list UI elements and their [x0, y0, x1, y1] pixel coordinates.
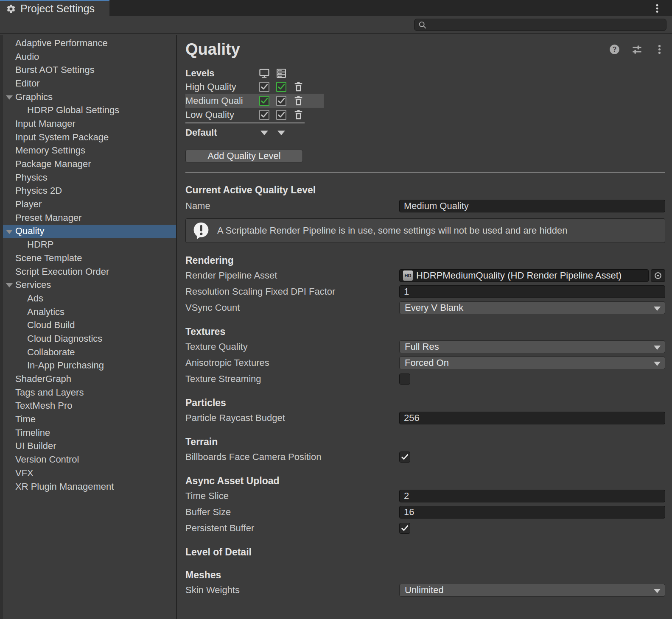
- sidebar-item-burst-aot-settings[interactable]: Burst AOT Settings: [3, 63, 176, 77]
- sidebar-item-player[interactable]: Player: [3, 198, 176, 211]
- quality-level-row-low-quality[interactable]: Low Quality: [185, 108, 324, 122]
- help-icon[interactable]: ?: [609, 44, 620, 55]
- desktop-platform-checkbox[interactable]: [259, 96, 269, 106]
- presets-icon[interactable]: [631, 44, 643, 55]
- desktop-platform-checkbox[interactable]: [259, 82, 269, 92]
- sidebar-item-analytics[interactable]: Analytics: [3, 305, 176, 319]
- section-header-level-of-detail: Level of Detail: [185, 547, 665, 558]
- sidebar-item-label: VFX: [3, 468, 34, 479]
- trash-icon[interactable]: [293, 95, 304, 106]
- texture-quality-dropdown[interactable]: Full Res: [399, 340, 665, 353]
- persistent-buffer-checkbox[interactable]: [399, 523, 410, 534]
- sidebar-item-tags-and-layers[interactable]: Tags and Layers: [3, 386, 176, 399]
- tab-title: Project Settings: [20, 3, 95, 15]
- section-header-async-asset-upload: Async Asset Upload: [185, 475, 665, 486]
- anisotropic-textures-dropdown[interactable]: Forced On: [399, 357, 665, 369]
- search-box[interactable]: [414, 19, 666, 31]
- sidebar-item-textmesh-pro[interactable]: TextMesh Pro: [3, 399, 176, 413]
- sidebar-item-audio[interactable]: Audio: [3, 50, 176, 64]
- warning-text: A Scriptable Render Pipeline is in use, …: [217, 225, 568, 236]
- dropdown-value: Full Res: [405, 341, 439, 352]
- sidebar-item-label: Preset Manager: [3, 212, 82, 223]
- resolution-scaling-fixed-dpi-factor-input[interactable]: [399, 285, 665, 298]
- form-row-skin-weights: Skin WeightsUnlimited: [185, 584, 665, 597]
- object-field-value: HDRPMediumQuality (HD Render Pipeline As…: [416, 270, 622, 281]
- sidebar-item-editor[interactable]: Editor: [3, 77, 176, 90]
- billboards-face-camera-position-checkbox[interactable]: [399, 452, 410, 463]
- sidebar-item-script-execution-order[interactable]: Script Execution Order: [3, 265, 176, 279]
- warning-bubble-icon: [192, 221, 210, 240]
- sidebar-item-shadergraph[interactable]: ShaderGraph: [3, 372, 176, 386]
- window-menu-button[interactable]: [652, 3, 663, 14]
- form-row-buffer-size: Buffer Size: [185, 506, 665, 519]
- sidebar-item-quality[interactable]: Quality: [3, 225, 176, 238]
- gear-icon: [6, 4, 16, 14]
- expander-caret-icon[interactable]: [6, 95, 13, 100]
- sidebar-item-input-system-package[interactable]: Input System Package: [3, 131, 176, 144]
- default-desktop-dropdown[interactable]: [260, 131, 268, 135]
- sidebar-item-memory-settings[interactable]: Memory Settings: [3, 144, 176, 158]
- buffer-size-input[interactable]: [399, 506, 665, 519]
- dropdown-value: Every V Blank: [405, 302, 463, 313]
- current-active-quality-header: Current Active Quality Level: [185, 184, 665, 195]
- sidebar-item-cloud-build[interactable]: Cloud Build: [3, 318, 176, 332]
- sidebar-item-ads[interactable]: Ads: [3, 292, 176, 305]
- skin-weights-dropdown[interactable]: Unlimited: [399, 584, 665, 597]
- sidebar-item-scene-template[interactable]: Scene Template: [3, 251, 176, 265]
- sidebar-item-services[interactable]: Services: [3, 278, 176, 292]
- sidebar-item-hdrp[interactable]: HDRP: [3, 238, 176, 251]
- quality-level-row-medium-quali[interactable]: Medium Quali: [185, 94, 324, 108]
- add-quality-level-button[interactable]: Add Quality Level: [185, 150, 303, 162]
- server-platform-checkbox[interactable]: [276, 82, 286, 92]
- name-label: Name: [185, 201, 399, 212]
- sidebar-item-version-control[interactable]: Version Control: [3, 453, 176, 466]
- srp-warning-box: A Scriptable Render Pipeline is in use, …: [185, 218, 665, 243]
- sidebar-item-xr-plugin-management[interactable]: XR Plugin Management: [3, 480, 176, 494]
- sidebar-item-graphics[interactable]: Graphics: [3, 90, 176, 104]
- chevron-down-icon: [654, 589, 661, 593]
- sidebar-item-ui-builder[interactable]: UI Builder: [3, 440, 176, 453]
- vsync-count-dropdown[interactable]: Every V Blank: [399, 301, 665, 314]
- sidebar-item-in-app-purchasing[interactable]: In-App Purchasing: [3, 359, 176, 373]
- sidebar-item-physics-2d[interactable]: Physics 2D: [3, 184, 176, 198]
- sidebar-item-adaptive-performance[interactable]: Adaptive Performance: [3, 36, 176, 50]
- quality-level-row-high-quality[interactable]: High Quality: [185, 80, 324, 94]
- expander-caret-icon[interactable]: [6, 283, 13, 287]
- object-picker-icon[interactable]: [651, 269, 665, 282]
- default-label: Default: [185, 127, 256, 138]
- expander-caret-icon[interactable]: [6, 230, 13, 234]
- field-label: VSync Count: [185, 302, 399, 313]
- sidebar-item-physics[interactable]: Physics: [3, 171, 176, 184]
- particle-raycast-budget-input[interactable]: [399, 412, 665, 424]
- sidebar-item-hdrp-global-settings[interactable]: HDRP Global Settings: [3, 103, 176, 117]
- sidebar-item-package-manager[interactable]: Package Manager: [3, 157, 176, 171]
- sidebar-item-vfx[interactable]: VFX: [3, 466, 176, 480]
- sidebar-left-gutter: [0, 35, 3, 619]
- time-slice-input[interactable]: [399, 490, 665, 502]
- trash-icon[interactable]: [293, 109, 304, 120]
- default-server-dropdown[interactable]: [277, 131, 285, 135]
- field-label: Billboards Face Camera Position: [185, 452, 399, 463]
- sidebar-item-label: Editor: [3, 78, 39, 89]
- form-row-particle-raycast-budget: Particle Raycast Budget: [185, 412, 665, 424]
- sidebar-item-collaborate[interactable]: Collaborate: [3, 346, 176, 359]
- level-name: Low Quality: [185, 109, 256, 120]
- render-pipeline-asset-object-field[interactable]: HDHDRPMediumQuality (HD Render Pipeline …: [399, 269, 649, 282]
- hdrp-asset-icon: HD: [403, 270, 413, 281]
- sidebar-item-timeline[interactable]: Timeline: [3, 426, 176, 440]
- search-input[interactable]: [430, 20, 663, 30]
- trash-icon[interactable]: [293, 81, 304, 92]
- sidebar-item-input-manager[interactable]: Input Manager: [3, 117, 176, 131]
- form-row-persistent-buffer: Persistent Buffer: [185, 522, 665, 535]
- tab-project-settings[interactable]: Project Settings: [0, 0, 109, 16]
- kebab-icon[interactable]: [654, 44, 665, 55]
- sidebar-item-time[interactable]: Time: [3, 413, 176, 426]
- sidebar-item-preset-manager[interactable]: Preset Manager: [3, 211, 176, 225]
- quality-name-input[interactable]: [399, 200, 665, 212]
- sidebar-item-cloud-diagnostics[interactable]: Cloud Diagnostics: [3, 332, 176, 346]
- desktop-platform-checkbox[interactable]: [259, 110, 269, 120]
- texture-streaming-checkbox[interactable]: [399, 374, 410, 385]
- form-row-texture-quality: Texture QualityFull Res: [185, 340, 665, 353]
- server-platform-checkbox[interactable]: [276, 96, 286, 106]
- server-platform-checkbox[interactable]: [276, 110, 286, 120]
